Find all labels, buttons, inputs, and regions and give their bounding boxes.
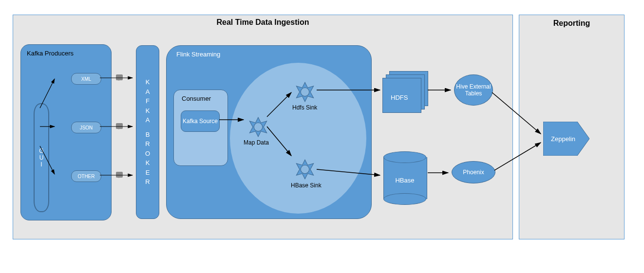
producer-json: JSON bbox=[71, 122, 101, 133]
ingestion-panel: Real Time Data Ingestion Kafka Producers… bbox=[13, 15, 513, 239]
consumer-box: Consumer Kafka Source bbox=[173, 90, 228, 166]
kafka-broker-box: KAFKA BROKER bbox=[136, 45, 159, 219]
kafka-source-node: Kafka Source bbox=[181, 110, 220, 132]
hdfs-sink-label: Hdfs Sink bbox=[292, 104, 317, 111]
svg-point-5 bbox=[301, 165, 309, 174]
map-data-star bbox=[247, 116, 269, 138]
hbase-label: HBase bbox=[383, 177, 426, 184]
kafka-producers-box: Kafka Producers GUI XML JSON OTHER bbox=[20, 44, 112, 220]
phoenix-node: Phoenix bbox=[452, 161, 495, 183]
flink-streaming-box: Flink Streaming Consumer Kafka Source Ma… bbox=[166, 45, 372, 219]
zeppelin-node: Zeppelin bbox=[543, 122, 589, 156]
svg-point-1 bbox=[254, 123, 263, 131]
ingestion-title: Real Time Data Ingestion bbox=[13, 18, 512, 27]
hdfs-sink-star bbox=[294, 81, 316, 103]
message-icon bbox=[116, 123, 123, 129]
svg-point-3 bbox=[301, 88, 309, 96]
hbase-node: HBase bbox=[383, 151, 426, 205]
hive-tables-node: Hive External Tables bbox=[454, 74, 493, 106]
producer-other: OTHER bbox=[71, 170, 101, 182]
producer-xml: XML bbox=[71, 73, 101, 85]
hbase-sink-star bbox=[294, 159, 316, 180]
hdfs-label: HDFS bbox=[391, 94, 408, 101]
message-icon bbox=[116, 74, 123, 80]
kafka-producers-label: Kafka Producers bbox=[27, 50, 74, 57]
hbase-sink-label: HBase Sink bbox=[291, 182, 322, 189]
consumer-label: Consumer bbox=[182, 95, 211, 102]
map-data-label: Map Data bbox=[244, 139, 269, 146]
gui-node: GUI bbox=[34, 103, 49, 212]
flink-label: Flink Streaming bbox=[176, 51, 220, 58]
hdfs-node: HDFS bbox=[382, 71, 427, 111]
zeppelin-label: Zeppelin bbox=[543, 122, 583, 156]
reporting-title: Reporting bbox=[519, 19, 624, 28]
message-icon bbox=[116, 172, 123, 178]
